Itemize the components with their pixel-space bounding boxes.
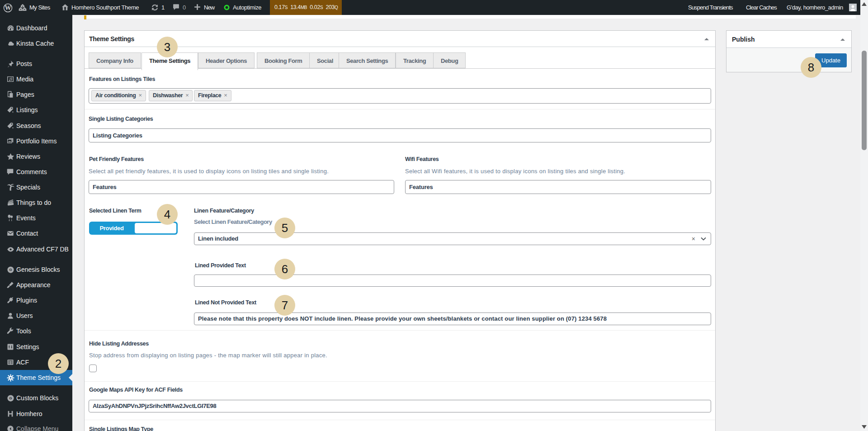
svg-text:W: W bbox=[5, 4, 11, 11]
svg-text:G: G bbox=[9, 396, 12, 400]
svg-text:G: G bbox=[9, 268, 12, 272]
